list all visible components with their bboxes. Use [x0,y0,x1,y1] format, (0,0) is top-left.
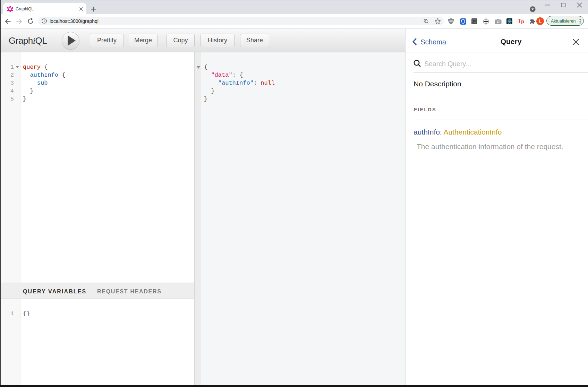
svg-text:P: P [473,19,476,24]
svg-text:uO: uO [449,20,453,22]
